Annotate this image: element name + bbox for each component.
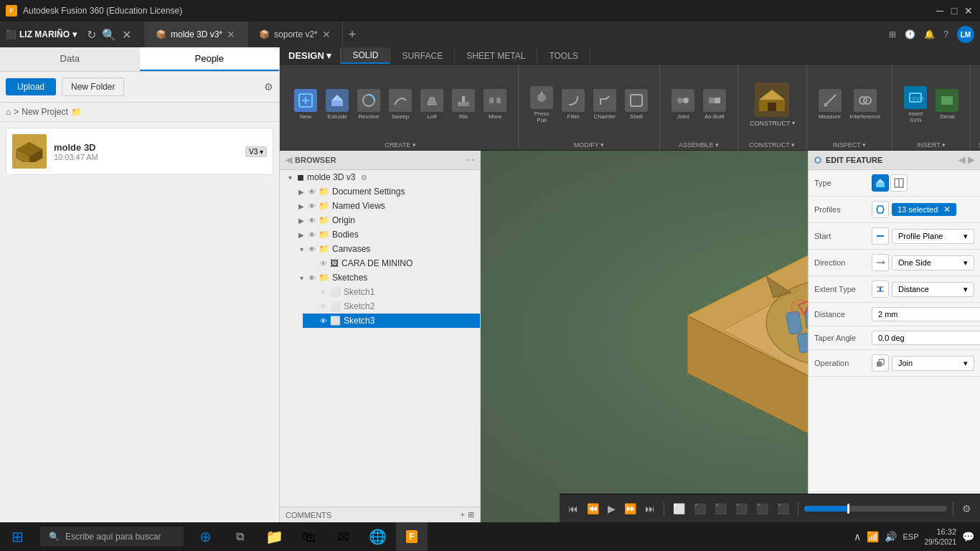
inspect-interference[interactable]: Interference <box>847 86 884 123</box>
browser-item-bodies[interactable]: ▶ 👁 📁 Bodies <box>291 227 480 242</box>
assemble-joint[interactable]: Joint <box>669 86 697 123</box>
ef-expand[interactable]: ▶ <box>968 155 974 165</box>
ef-profiles-clear[interactable]: ✕ <box>943 204 951 215</box>
ef-start-dropdown[interactable]: Profile Plane ▾ <box>892 229 974 244</box>
inspect-measure[interactable]: Measure <box>816 86 844 123</box>
taskbar-app-taskview[interactable]: ⧉ <box>224 522 255 551</box>
user-profile[interactable]: ⬛ LIZ MARIÑO ▾ <box>6 29 77 39</box>
timeline-track[interactable] <box>804 506 947 512</box>
bb-frame6[interactable]: ⬛ <box>774 500 792 517</box>
eye-icon-cara[interactable]: 👁 <box>320 260 327 268</box>
tab-people[interactable]: People <box>140 47 280 71</box>
tab-close-1[interactable]: ✕ <box>227 29 235 40</box>
bb-frame4[interactable]: ⬛ <box>732 500 750 517</box>
taskbar-app-mail[interactable]: ✉ <box>327 522 359 551</box>
assemble-as-built[interactable]: As-Built <box>700 86 729 123</box>
new-folder-button[interactable]: New Folder <box>62 77 124 96</box>
bb-last[interactable]: ⏭ <box>642 500 658 517</box>
browser-item-sketch2[interactable]: 👁 ⬜ Sketch2 <box>303 299 480 314</box>
tray-network[interactable]: 📶 <box>867 531 879 542</box>
bb-frame1[interactable]: ⬜ <box>670 500 688 517</box>
close-button[interactable]: ✕ <box>963 5 974 17</box>
ef-collapse[interactable]: ◀ <box>958 155 965 165</box>
minimize-button[interactable]: ─ <box>934 5 946 17</box>
create-extrude[interactable]: Extrude <box>323 86 352 123</box>
ribbon-tab-solid[interactable]: SOLID <box>341 47 390 64</box>
modify-shell[interactable]: Shell <box>622 86 651 123</box>
bb-frame5[interactable]: ⬛ <box>753 500 771 517</box>
ef-direction-dropdown[interactable]: One Side ▾ <box>892 255 974 270</box>
create-sweep[interactable]: Sweep <box>386 86 415 123</box>
ef-profiles-select-icon[interactable] <box>872 201 889 218</box>
bb-prev[interactable]: ⏪ <box>584 500 602 517</box>
bb-frame2[interactable]: ⬛ <box>691 500 709 517</box>
browser-item-named-views[interactable]: ▶ 👁 📁 Named Views <box>291 199 480 213</box>
add-comment-icon[interactable]: + <box>461 510 465 519</box>
browser-item-origin[interactable]: ▶ 👁 📁 Origin <box>291 213 480 227</box>
timeline-cursor[interactable] <box>847 504 849 514</box>
bb-next[interactable]: ⏩ <box>621 500 639 517</box>
insert-svg[interactable]: SVG Insert SVG <box>901 83 930 126</box>
browser-menu-icon[interactable]: ⋯ <box>466 155 474 165</box>
tab-close-2[interactable]: ✕ <box>322 29 331 40</box>
ef-direction-icon[interactable] <box>872 254 889 271</box>
ef-type-extrude[interactable] <box>872 174 889 192</box>
taskbar-app-fusion[interactable]: F <box>396 522 428 551</box>
upload-button[interactable]: Upload <box>6 78 56 95</box>
bb-settings[interactable]: ⚙ <box>959 500 974 517</box>
expand-comments-icon[interactable]: ⊞ <box>468 510 474 519</box>
eye-icon[interactable]: 👁 <box>308 188 316 196</box>
eye-icon-sketch1[interactable]: 👁 <box>320 288 327 296</box>
add-tab-button[interactable]: + <box>343 22 362 47</box>
maximize-button[interactable]: □ <box>948 5 960 17</box>
eye-icon-canvases[interactable]: 👁 <box>308 245 316 253</box>
tray-notification[interactable]: 💬 <box>962 531 974 542</box>
eye-icon-bodies[interactable]: 👁 <box>308 231 316 239</box>
browser-item-document-settings[interactable]: ▶ 👁 📁 Document Settings <box>291 184 480 199</box>
bell-icon[interactable]: 🔔 <box>924 29 935 39</box>
project-item[interactable]: molde 3D 10:03:47 AM V3 ▾ <box>6 128 273 175</box>
ef-taperangle-input[interactable] <box>872 331 980 345</box>
home-icon[interactable]: ⌂ <box>6 107 11 117</box>
search-icon[interactable]: 🔍 <box>102 28 116 42</box>
ribbon-tab-tools[interactable]: TOOLS <box>537 47 590 64</box>
ef-start-icon[interactable] <box>872 227 889 245</box>
taskbar-app-store[interactable]: 🛍 <box>293 522 324 551</box>
create-rib[interactable]: Rib <box>449 86 478 123</box>
ribbon-tab-sheetmetal[interactable]: SHEET METAL <box>455 47 537 64</box>
version-dropdown[interactable]: V3 ▾ <box>245 146 267 157</box>
titlebar-controls[interactable]: ─ □ ✕ <box>934 5 974 17</box>
collapse-left-icon[interactable]: ◀ <box>286 155 292 165</box>
taskbar-app-files[interactable]: 📁 <box>258 522 290 551</box>
create-more[interactable]: More <box>481 86 509 123</box>
tab-molde3d[interactable]: 📦 molde 3D v3* ✕ <box>144 22 248 47</box>
avatar[interactable]: LM <box>957 26 974 43</box>
eye-icon-origin[interactable]: 👁 <box>308 217 316 225</box>
help-icon[interactable]: ? <box>943 29 948 39</box>
bb-play[interactable]: ▶ <box>605 500 618 517</box>
create-revolve[interactable]: Revolve <box>354 86 383 123</box>
tray-arrow[interactable]: ∧ <box>854 531 861 542</box>
insert-decal[interactable]: Decal <box>933 86 961 123</box>
breadcrumb-project[interactable]: New Project <box>22 107 68 117</box>
bb-frame3[interactable]: ⬛ <box>712 500 730 517</box>
ef-operation-icon[interactable] <box>872 354 889 372</box>
modify-press-pull[interactable]: Press Pull <box>527 83 556 126</box>
ef-operation-dropdown[interactable]: Join ▾ <box>892 356 974 371</box>
eye-icon-sketch3[interactable]: 👁 <box>320 317 327 325</box>
taskbar-app-search[interactable]: ⊕ <box>189 522 221 551</box>
settings-icon[interactable]: ⚙ <box>361 174 367 182</box>
eye-icon-sketch2[interactable]: 👁 <box>320 303 327 311</box>
create-loft[interactable]: Loft <box>418 86 446 123</box>
taskbar-search[interactable]: 🔍 Escribe aquí para buscar <box>40 527 184 547</box>
browser-item-sketches[interactable]: ▾ 👁 📁 Sketches <box>291 270 480 285</box>
gear-icon[interactable]: ⚙ <box>264 81 273 93</box>
browser-item-sketch1[interactable]: 👁 ⬜ Sketch1 <box>303 285 480 299</box>
browser-item-cara[interactable]: 👁 🖼 CARA DE MININO <box>303 256 480 270</box>
tab-data[interactable]: Data <box>0 47 140 71</box>
ef-extenttype-icon[interactable] <box>872 281 889 298</box>
modify-chamfer[interactable]: Chamfer <box>590 86 619 123</box>
ef-type-other[interactable] <box>890 174 908 192</box>
eye-icon-sketches[interactable]: 👁 <box>308 274 316 282</box>
close-icon[interactable]: ✕ <box>122 28 131 42</box>
